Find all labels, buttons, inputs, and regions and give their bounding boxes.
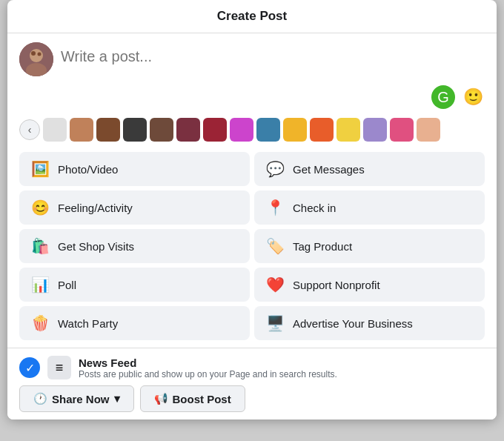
option-photo-video-label: Photo/Video [58, 163, 118, 176]
grammarly-button[interactable]: G [431, 85, 455, 109]
option-support-nonprofit[interactable]: ❤️ Support Nonprofit [254, 268, 485, 302]
option-tag-product[interactable]: 🏷️ Tag Product [254, 229, 485, 263]
option-advertise-business[interactable]: 🖥️ Advertise Your Business [254, 306, 485, 340]
audience-description: Posts are public and show up on your Pag… [79, 369, 485, 379]
svg-point-1 [30, 49, 43, 62]
check-in-icon: 📍 [265, 197, 285, 218]
svg-point-3 [31, 51, 36, 56]
swatch-3[interactable] [96, 118, 120, 142]
option-get-messages-label: Get Messages [293, 163, 365, 176]
option-feeling-activity[interactable]: 😊 Feeling/Activity [19, 190, 250, 225]
audience-title: News Feed [79, 357, 485, 369]
option-poll[interactable]: 📊 Poll [19, 268, 250, 302]
option-watch-party-label: Watch Party [58, 317, 118, 330]
option-feeling-activity-label: Feeling/Activity [58, 202, 133, 214]
swatch-5[interactable] [150, 118, 173, 142]
swatch-7[interactable] [203, 118, 227, 142]
watch-party-icon: 🍿 [30, 313, 50, 334]
swatch-1[interactable] [43, 118, 67, 142]
swatch-12[interactable] [336, 118, 360, 142]
audience-row: ✓ ≡ News Feed Posts are public and show … [19, 356, 485, 379]
advertise-business-icon: 🖥️ [265, 313, 285, 334]
feeling-activity-icon: 😊 [30, 197, 50, 218]
option-tag-product-label: Tag Product [293, 240, 352, 253]
option-support-nonprofit-label: Support Nonprofit [293, 279, 380, 291]
options-grid: 🖼️ Photo/Video 💬 Get Messages 😊 Feeling/… [7, 147, 497, 348]
swatch-6[interactable] [176, 118, 200, 142]
emoji-toolbar: ‹ [7, 115, 497, 147]
create-post-modal: Create Post G 🙂 ‹ [7, 0, 497, 420]
boost-post-button[interactable]: 📢 Boost Post [140, 385, 245, 412]
emoji-prev-button[interactable]: ‹ [19, 119, 40, 140]
swatch-4[interactable] [123, 118, 147, 142]
swatch-10[interactable] [283, 118, 307, 142]
tag-product-icon: 🏷️ [265, 236, 285, 256]
get-messages-icon: 💬 [265, 159, 285, 179]
action-row: 🕐 Share Now ▾ 📢 Boost Post [19, 385, 485, 412]
swatch-8[interactable] [230, 118, 253, 142]
swatch-2[interactable] [70, 118, 93, 142]
modal-header: Create Post [7, 0, 497, 33]
swatch-9[interactable] [256, 118, 280, 142]
poll-icon: 📊 [30, 274, 50, 295]
clock-icon: 🕐 [33, 392, 47, 405]
option-check-in[interactable]: 📍 Check in [254, 190, 485, 225]
emoji-button[interactable]: 🙂 [461, 85, 485, 109]
option-check-in-label: Check in [293, 202, 336, 214]
news-feed-icon: ≡ [47, 356, 71, 379]
option-poll-label: Poll [58, 279, 76, 291]
option-watch-party[interactable]: 🍿 Watch Party [19, 306, 250, 340]
share-now-button[interactable]: 🕐 Share Now ▾ [19, 385, 134, 412]
swatch-14[interactable] [390, 118, 414, 142]
compose-area [7, 33, 497, 82]
swatch-13[interactable] [363, 118, 387, 142]
tools-row: G 🙂 [7, 82, 497, 115]
boost-post-label: Boost Post [173, 393, 231, 405]
option-get-shop-visits[interactable]: 🛍️ Get Shop Visits [19, 229, 250, 263]
get-shop-visits-icon: 🛍️ [30, 236, 50, 256]
boost-icon: 📢 [154, 392, 168, 405]
compose-input[interactable] [61, 42, 485, 71]
option-advertise-business-label: Advertise Your Business [293, 317, 413, 330]
footer-area: ✓ ≡ News Feed Posts are public and show … [7, 348, 497, 420]
swatch-15[interactable] [417, 118, 440, 142]
audience-info: News Feed Posts are public and show up o… [79, 357, 485, 379]
share-dropdown-icon: ▾ [114, 392, 120, 405]
swatch-11[interactable] [310, 118, 334, 142]
photo-video-icon: 🖼️ [30, 159, 50, 179]
check-circle-icon: ✓ [19, 357, 40, 378]
option-get-messages[interactable]: 💬 Get Messages [254, 152, 485, 186]
avatar [19, 42, 53, 76]
share-now-label: Share Now [52, 393, 110, 405]
option-get-shop-visits-label: Get Shop Visits [58, 240, 134, 253]
support-nonprofit-icon: ❤️ [265, 274, 285, 295]
svg-point-4 [38, 53, 42, 56]
option-photo-video[interactable]: 🖼️ Photo/Video [19, 152, 250, 186]
modal-title: Create Post [217, 9, 287, 24]
